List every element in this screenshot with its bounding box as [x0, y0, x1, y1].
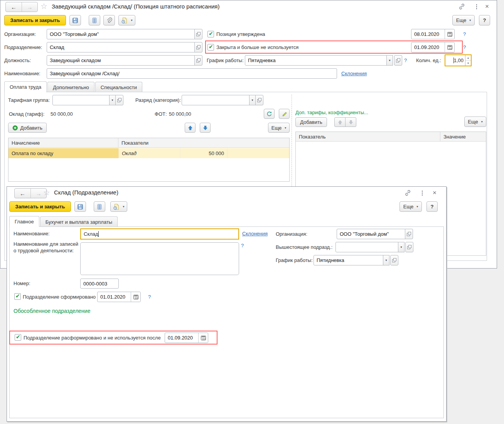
col-accrual[interactable]: Начисление [8, 138, 118, 147]
name-field[interactable]: Заведующий складом /Склад/ [47, 68, 337, 79]
panel-move-up-button[interactable] [334, 117, 346, 127]
schedule-field[interactable]: Пятидневка [245, 55, 387, 66]
closed-date-field[interactable]: 01.09.2020 [411, 42, 455, 52]
move-down-button[interactable] [200, 123, 211, 133]
extra-tariffs-link[interactable]: Доп. тарифы, коэффициенты... [295, 110, 368, 116]
close-icon[interactable]: × [485, 3, 489, 10]
tab-pay[interactable]: Оплата труда [4, 81, 47, 92]
parent-dept-dropdown-button[interactable]: ▾ [398, 242, 405, 252]
help-label: ? [483, 17, 486, 23]
back-button[interactable]: ← [6, 2, 22, 12]
back-button[interactable]: ← [15, 189, 30, 198]
spin-up-button[interactable]: ▲ [465, 55, 471, 60]
tariff-open-button[interactable] [115, 95, 123, 105]
favorite-star-icon[interactable]: ☆ [40, 2, 47, 10]
number-field[interactable]: 0000-0003 [80, 279, 119, 289]
formed-date-field[interactable]: 01.01.2020 [97, 292, 141, 302]
org-open-button[interactable] [194, 29, 202, 39]
forward-arrow-icon: → [27, 4, 33, 10]
dept-field[interactable]: Склад [47, 42, 195, 52]
tab-main[interactable]: Главное [9, 216, 39, 227]
tab-accounting[interactable]: Бухучет и выплата зарплаты [40, 216, 118, 227]
approved-help-icon[interactable]: ? [463, 31, 466, 37]
labor-name-textarea[interactable] [80, 242, 239, 275]
save-close-button[interactable]: Записать и закрыть [4, 15, 66, 25]
history-button[interactable]: ▾ [118, 15, 135, 25]
recalc-button[interactable] [264, 109, 275, 119]
reports-button[interactable] [94, 201, 105, 212]
help-label: ? [431, 204, 434, 209]
disbanded-calendar-button[interactable] [198, 333, 208, 343]
forward-button[interactable]: → [22, 2, 37, 12]
schedule-open-button[interactable] [394, 55, 402, 66]
org-field[interactable]: ООО "Торговый дом" [337, 229, 405, 239]
parent-dept-field[interactable] [335, 242, 398, 252]
dept-name-field[interactable]: Склад [80, 228, 239, 240]
declension-link[interactable]: Склонения [242, 231, 268, 237]
org-open-button[interactable] [405, 229, 413, 239]
approved-calendar-button[interactable] [445, 29, 454, 39]
closed-checkbox[interactable] [207, 44, 214, 51]
grade-field[interactable] [182, 95, 249, 105]
dept-open-button[interactable] [194, 42, 202, 52]
help-button[interactable]: ? [479, 15, 490, 25]
approved-checkbox[interactable] [207, 31, 214, 37]
panel-add-button[interactable]: Добавить [295, 117, 327, 127]
help-button[interactable]: ? [426, 201, 438, 212]
copy-link-icon[interactable] [404, 189, 411, 196]
tariff-dropdown-button[interactable]: ▾ [109, 95, 116, 105]
qty-stepper[interactable]: 1,00 ▲ ▼ [445, 54, 472, 66]
schedule-help-icon[interactable]: ? [404, 57, 407, 64]
table-row[interactable]: Оплата по окладу Оклад 50 000 [8, 148, 289, 158]
tab-spec[interactable]: Специальности [95, 82, 142, 92]
close-icon[interactable]: × [433, 189, 437, 196]
separate-dept-link[interactable]: Обособленное подразделение [13, 308, 90, 314]
declension-link[interactable]: Склонения [341, 71, 367, 77]
schedule-open-button[interactable] [390, 255, 398, 265]
disbanded-date-field[interactable]: 01.09.2020 [165, 333, 208, 343]
attachments-button[interactable] [103, 15, 115, 25]
history-button[interactable]: ▾ [110, 201, 127, 212]
org-field[interactable]: ООО "Торговый дом" [47, 29, 195, 39]
window-menu-icon[interactable] [476, 4, 477, 10]
closed-help-icon[interactable]: ? [463, 44, 466, 51]
edit-button[interactable] [279, 109, 290, 119]
formed-help-icon[interactable]: ? [148, 294, 151, 300]
tariff-field[interactable] [52, 95, 110, 105]
panel-more-button[interactable]: Еще ▾ [464, 117, 486, 127]
col-indicators[interactable]: Показатели [118, 138, 289, 147]
schedule-dropdown-button[interactable]: ▾ [386, 55, 393, 66]
save-close-button[interactable]: Записать и закрыть [9, 201, 71, 212]
post-open-button[interactable] [194, 55, 202, 66]
save-button[interactable] [74, 201, 86, 212]
reports-button[interactable] [89, 15, 100, 25]
copy-link-icon[interactable] [458, 3, 465, 10]
more-button[interactable]: Еще ▾ [399, 201, 422, 212]
window-menu-icon[interactable] [421, 190, 423, 196]
closed-calendar-button[interactable] [445, 42, 454, 52]
tab-extra[interactable]: Дополнительно [47, 82, 94, 92]
formed-checkbox[interactable] [14, 293, 21, 300]
col-indicator[interactable]: Показатель [296, 132, 440, 141]
parent-dept-open-button[interactable] [405, 242, 413, 252]
spin-down-button[interactable]: ▼ [465, 60, 471, 66]
panel-move-down-button[interactable] [345, 117, 356, 127]
favorite-star-icon[interactable]: ☆ [43, 189, 50, 196]
accrual-more-button[interactable]: Еще ▾ [268, 123, 290, 133]
col-value[interactable]: Значение [440, 132, 486, 141]
grade-dropdown-button[interactable]: ▾ [249, 95, 256, 105]
accrual-add-button[interactable]: Добавить [8, 123, 47, 133]
disbanded-checkbox[interactable] [15, 334, 21, 341]
approved-date-field[interactable]: 08.01.2020 [411, 29, 455, 39]
schedule-field[interactable]: Пятидневка [314, 255, 383, 265]
formed-calendar-button[interactable] [131, 292, 140, 302]
row-empty-cell [227, 148, 289, 158]
more-button[interactable]: Еще ▾ [452, 15, 475, 25]
post-field[interactable]: Заведующий складом [47, 55, 195, 66]
labor-name-help-icon[interactable]: ? [241, 243, 244, 249]
save-button[interactable] [69, 15, 81, 25]
save-close-label: Записать и закрыть [10, 17, 60, 23]
schedule-dropdown-button[interactable]: ▾ [383, 255, 389, 265]
move-up-button[interactable] [185, 123, 196, 133]
grade-open-button[interactable] [255, 95, 263, 105]
